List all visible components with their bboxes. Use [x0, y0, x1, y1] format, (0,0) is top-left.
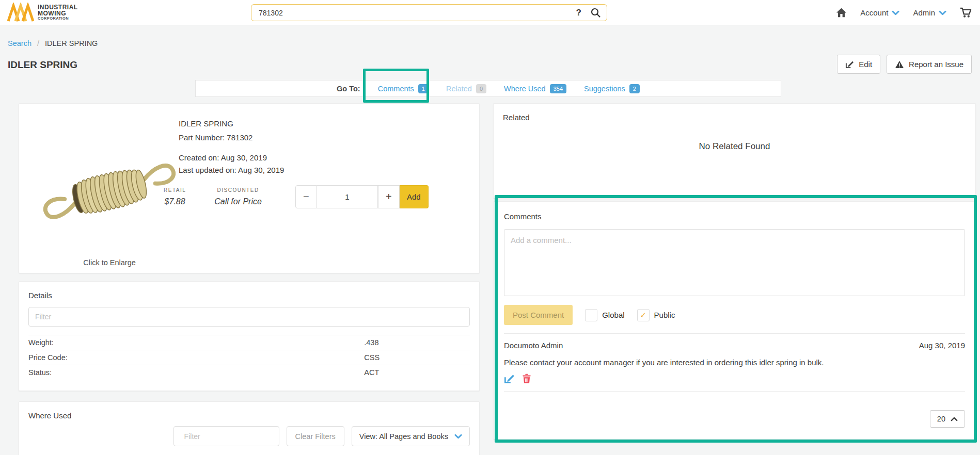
global-search-bar[interactable]: ?: [251, 4, 607, 21]
where-used-title: Where Used: [28, 411, 470, 420]
account-label: Account: [860, 8, 888, 17]
edit-pencil-icon: [845, 60, 854, 69]
warning-triangle-icon: [895, 60, 904, 69]
suggestions-count-badge: 2: [629, 84, 640, 93]
chevron-down-icon: [454, 434, 462, 439]
search-help-icon[interactable]: ?: [576, 8, 581, 18]
detail-value: ACT: [364, 368, 379, 377]
edit-button[interactable]: Edit: [837, 55, 880, 74]
breadcrumb: Search / IDLER SPRING: [8, 39, 98, 47]
click-to-enlarge-label[interactable]: Click to Enlarge: [40, 258, 179, 267]
view-selector-label: View: All Pages and Books: [359, 432, 448, 441]
report-issue-label: Report an Issue: [909, 60, 963, 69]
quantity-decrease-button[interactable]: −: [295, 185, 317, 208]
details-filter-input[interactable]: [28, 307, 470, 327]
admin-label: Admin: [913, 8, 935, 17]
add-comment-textarea[interactable]: [504, 229, 965, 296]
edit-comment-button[interactable]: [504, 373, 515, 384]
where-used-controls: Clear Filters View: All Pages and Books: [28, 426, 470, 446]
retail-price-block: RETAIL $7.88: [164, 187, 186, 206]
detail-value: .438: [364, 338, 378, 347]
pricing-and-order-row: RETAIL $7.88 DISCOUNTED Call for Price −…: [164, 185, 429, 208]
global-checkbox-label: Global: [602, 311, 624, 319]
discounted-price: Call for Price: [214, 197, 262, 206]
product-name: IDLER SPRING: [179, 119, 284, 128]
report-issue-button[interactable]: Report an Issue: [887, 55, 972, 74]
discounted-price-block: DISCOUNTED Call for Price: [214, 187, 262, 206]
quantity-stepper: − + Add: [295, 185, 429, 208]
edit-pencil-icon: [504, 373, 515, 384]
company-logo[interactable]: INDUSTRIAL MOWING CORPORATION: [7, 3, 78, 22]
discounted-label: DISCOUNTED: [214, 187, 262, 193]
product-updated-date: Last updated on: Aug 30, 2019: [179, 166, 284, 174]
cart-icon: [960, 7, 972, 18]
goto-tab-suggestions[interactable]: Suggestions 2: [584, 84, 640, 93]
top-header: INDUSTRIAL MOWING CORPORATION ? Account …: [0, 0, 980, 25]
divider: [504, 333, 965, 334]
details-card: Details Weight: .438 Price Code: CSS Sta…: [19, 281, 480, 391]
comment-author: Documoto Admin: [504, 341, 563, 350]
search-input[interactable]: [258, 8, 576, 18]
detail-value: CSS: [364, 353, 380, 362]
header-right-nav: Account Admin: [836, 0, 972, 25]
logo-text: INDUSTRIAL MOWING CORPORATION: [38, 4, 78, 21]
chevron-down-icon: [939, 10, 946, 15]
goto-tab-related-label: Related: [446, 85, 472, 93]
page-title: IDLER SPRING: [8, 59, 77, 71]
post-comment-button[interactable]: Post Comment: [504, 305, 573, 325]
quantity-input[interactable]: [317, 185, 378, 208]
global-checkbox-wrap[interactable]: Global: [585, 309, 624, 321]
comment-entry-header: Documoto Admin Aug 30, 2019: [504, 341, 965, 350]
related-card: Related No Related Found: [493, 103, 976, 199]
table-row: Weight: .438: [28, 335, 470, 350]
details-title: Details: [28, 291, 470, 300]
title-actions: Edit Report an Issue: [837, 55, 972, 74]
goto-tab-comments-label: Comments: [378, 85, 414, 93]
comments-count-badge: 1: [418, 84, 429, 93]
delete-comment-button[interactable]: [522, 373, 531, 384]
account-menu[interactable]: Account: [860, 8, 899, 17]
goto-tab-where-used-label: Where Used: [504, 85, 546, 93]
goto-tab-related[interactable]: Related 0: [446, 84, 486, 93]
product-info: IDLER SPRING Part Number: 781302 Created…: [179, 119, 284, 178]
clear-filters-button[interactable]: Clear Filters: [287, 426, 344, 446]
comments-card: Comments Post Comment Global ✓ Public Do…: [493, 201, 976, 440]
detail-label: Weight:: [28, 338, 54, 347]
trash-icon: [522, 373, 531, 384]
goto-tab-where-used[interactable]: Where Used 354: [504, 84, 566, 93]
home-icon: [836, 8, 847, 18]
add-to-cart-button[interactable]: Add: [400, 185, 429, 208]
search-icon[interactable]: [591, 8, 600, 18]
product-part-number: Part Number: 781302: [179, 133, 284, 142]
view-selector-dropdown[interactable]: View: All Pages and Books: [352, 426, 470, 446]
breadcrumb-current: IDLER SPRING: [45, 39, 98, 47]
related-count-badge: 0: [476, 84, 486, 93]
logo-line3: CORPORATION: [38, 17, 78, 21]
goto-label: Go To:: [337, 85, 360, 93]
where-used-filter-input[interactable]: [183, 432, 279, 441]
comment-text: Please contact your account manager if y…: [504, 358, 965, 367]
logo-mountains-icon: [7, 3, 34, 22]
admin-menu[interactable]: Admin: [913, 8, 946, 17]
chevron-up-icon: [951, 417, 958, 421]
global-checkbox[interactable]: [585, 309, 597, 321]
edit-button-label: Edit: [859, 60, 872, 69]
page-size-selector[interactable]: 20: [930, 410, 965, 428]
quantity-increase-button[interactable]: +: [378, 185, 400, 208]
public-checkbox[interactable]: ✓: [637, 309, 650, 321]
home-button[interactable]: [836, 8, 847, 18]
breadcrumb-search-link[interactable]: Search: [8, 39, 31, 47]
no-related-message: No Related Found: [503, 141, 966, 152]
cart-button[interactable]: [960, 7, 972, 18]
comments-title: Comments: [504, 212, 965, 221]
retail-label: RETAIL: [164, 187, 186, 193]
goto-bar: Go To: Comments 1 Related 0 Where Used 3…: [195, 80, 781, 97]
public-checkbox-wrap[interactable]: ✓ Public: [637, 309, 675, 321]
product-image-spring[interactable]: [37, 148, 182, 235]
product-created-date: Created on: Aug 30, 2019: [179, 153, 284, 162]
goto-tab-comments[interactable]: Comments 1: [378, 84, 429, 93]
where-used-filter[interactable]: [173, 426, 279, 446]
breadcrumb-separator: /: [37, 39, 39, 47]
details-table: Weight: .438 Price Code: CSS Status: ACT: [28, 335, 470, 380]
page-size-value: 20: [937, 415, 945, 423]
